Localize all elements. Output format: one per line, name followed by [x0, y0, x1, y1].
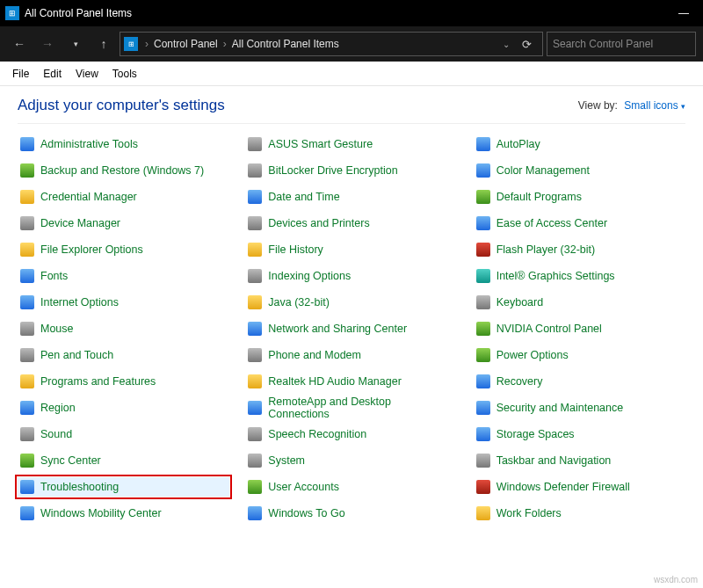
control-panel-item[interactable]: Sound: [18, 425, 229, 444]
item-label: File History: [268, 243, 323, 256]
item-icon: [476, 427, 490, 441]
view-by-dropdown[interactable]: Small icons ▾: [620, 99, 685, 112]
control-panel-item[interactable]: NVIDIA Control Panel: [474, 319, 685, 338]
menu-edit[interactable]: Edit: [36, 64, 69, 83]
control-panel-item[interactable]: File History: [245, 240, 457, 259]
control-panel-item[interactable]: Date and Time: [245, 187, 457, 207]
item-label: Internet Options: [40, 296, 119, 309]
item-icon: [20, 216, 34, 230]
control-panel-item[interactable]: Power Options: [474, 345, 685, 365]
control-panel-item[interactable]: Color Management: [474, 161, 685, 180]
item-icon: [20, 295, 34, 309]
control-panel-item[interactable]: Administrative Tools: [18, 134, 229, 154]
item-label: RemoteApp and Desktop Connections: [268, 396, 454, 420]
chevron-right-icon: ›: [221, 38, 228, 50]
control-panel-item[interactable]: Programs and Features: [18, 372, 229, 391]
control-panel-item[interactable]: System: [245, 451, 457, 470]
item-label: BitLocker Drive Encryption: [268, 164, 397, 177]
control-panel-item[interactable]: Windows To Go: [245, 504, 457, 523]
control-panel-item[interactable]: File Explorer Options: [18, 240, 229, 259]
control-panel-item[interactable]: Sync Center: [18, 451, 229, 470]
item-icon: [248, 269, 262, 283]
control-panel-item[interactable]: Storage Spaces: [474, 425, 685, 444]
control-panel-icon: ⊞: [124, 37, 138, 51]
control-panel-item[interactable]: Windows Mobility Center: [18, 504, 229, 523]
control-panel-item[interactable]: User Accounts: [245, 477, 457, 497]
control-panel-item[interactable]: Backup and Restore (Windows 7): [18, 161, 229, 180]
control-panel-item[interactable]: AutoPlay: [474, 134, 685, 154]
control-panel-item[interactable]: Keyboard: [474, 293, 685, 312]
address-bar[interactable]: ⊞ › Control Panel › All Control Panel It…: [120, 32, 543, 56]
item-icon: [20, 374, 34, 388]
item-label: Sound: [40, 428, 72, 440]
control-panel-item[interactable]: Mouse: [18, 319, 229, 338]
control-panel-item[interactable]: Recovery: [474, 372, 685, 391]
search-placeholder: Search Control Panel: [553, 38, 653, 50]
up-button[interactable]: ↑: [91, 32, 116, 56]
control-panel-item[interactable]: Speech Recognition: [245, 425, 457, 444]
control-panel-item[interactable]: Troubleshooting: [18, 477, 229, 497]
item-icon: [476, 454, 490, 468]
minimize-button[interactable]: —: [664, 0, 703, 26]
control-panel-item[interactable]: Realtek HD Audio Manager: [245, 372, 457, 391]
item-label: AutoPlay: [496, 138, 540, 150]
control-panel-item[interactable]: Intel® Graphics Settings: [474, 266, 685, 286]
control-panel-item[interactable]: BitLocker Drive Encryption: [245, 161, 457, 180]
item-label: Devices and Printers: [268, 217, 369, 229]
item-label: Keyboard: [496, 296, 544, 309]
item-icon: [20, 322, 34, 336]
control-panel-item[interactable]: ASUS Smart Gesture: [245, 134, 457, 154]
control-panel-item[interactable]: Ease of Access Center: [474, 214, 685, 233]
control-panel-item[interactable]: Phone and Modem: [245, 345, 457, 365]
item-label: NVIDIA Control Panel: [496, 323, 602, 335]
item-label: Date and Time: [268, 191, 339, 203]
item-label: Flash Player (32-bit): [496, 243, 596, 256]
control-panel-item[interactable]: Windows Defender Firewall: [474, 477, 685, 497]
item-icon: [20, 427, 34, 441]
item-label: Power Options: [496, 349, 569, 361]
menu-tools[interactable]: Tools: [105, 64, 144, 83]
breadcrumb-control-panel[interactable]: Control Panel: [150, 38, 221, 50]
item-icon: [476, 322, 490, 336]
control-panel-item[interactable]: Flash Player (32-bit): [474, 240, 685, 259]
control-panel-item[interactable]: Devices and Printers: [245, 214, 457, 233]
recent-dropdown[interactable]: ▾: [63, 32, 88, 56]
control-panel-item[interactable]: Credential Manager: [18, 187, 229, 207]
item-label: Realtek HD Audio Manager: [268, 375, 401, 388]
control-panel-item[interactable]: Taskbar and Navigation: [474, 451, 685, 470]
control-panel-item[interactable]: RemoteApp and Desktop Connections: [245, 398, 457, 417]
item-icon: [248, 401, 262, 415]
item-icon: [20, 243, 34, 257]
item-icon: [476, 163, 490, 178]
page-title: Adjust your computer's settings: [18, 97, 225, 114]
forward-button[interactable]: →: [35, 32, 60, 56]
refresh-button[interactable]: ⟳: [515, 38, 539, 51]
view-by: View by: Small icons ▾: [578, 99, 685, 112]
control-panel-item[interactable]: Internet Options: [18, 293, 229, 312]
item-label: Security and Maintenance: [496, 402, 624, 414]
control-panel-item[interactable]: Region: [18, 398, 229, 417]
breadcrumb-all-items[interactable]: All Control Panel Items: [228, 38, 343, 50]
control-panel-item[interactable]: Security and Maintenance: [474, 398, 685, 417]
control-panel-item[interactable]: Work Folders: [474, 504, 685, 523]
control-panel-item[interactable]: Indexing Options: [245, 266, 457, 286]
header-row: Adjust your computer's settings View by:…: [0, 86, 703, 120]
menu-file[interactable]: File: [5, 64, 36, 83]
address-history-dropdown[interactable]: ⌄: [497, 40, 515, 49]
menu-view[interactable]: View: [69, 64, 105, 83]
chevron-right-icon: ›: [143, 38, 150, 50]
search-input[interactable]: Search Control Panel: [547, 32, 696, 56]
back-button[interactable]: ←: [7, 32, 32, 56]
control-panel-item[interactable]: Fonts: [18, 266, 229, 286]
item-icon: [476, 243, 490, 257]
control-panel-item[interactable]: Network and Sharing Center: [245, 319, 457, 338]
item-label: Fonts: [40, 270, 68, 282]
control-panel-item[interactable]: Pen and Touch: [18, 345, 229, 365]
navbar: ← → ▾ ↑ ⊞ › Control Panel › All Control …: [0, 26, 703, 62]
window-title: All Control Panel Items: [25, 7, 664, 19]
item-icon: [248, 348, 262, 362]
control-panel-item[interactable]: Java (32-bit): [245, 293, 457, 312]
control-panel-item[interactable]: Device Manager: [18, 214, 229, 233]
item-icon: [20, 137, 34, 151]
control-panel-item[interactable]: Default Programs: [474, 187, 685, 207]
